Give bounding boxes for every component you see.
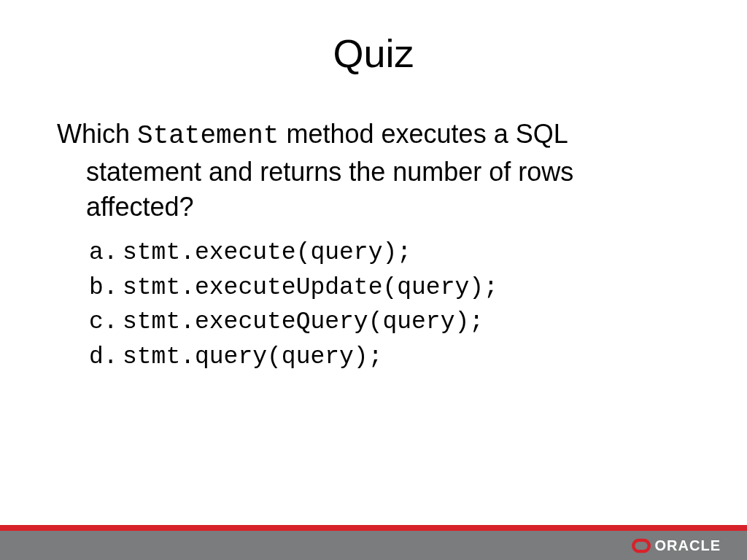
quiz-question: Which Statement method executes a SQL st… bbox=[57, 117, 690, 225]
option-label: b. bbox=[89, 271, 123, 306]
question-line1-suffix: method executes a SQL bbox=[279, 119, 568, 149]
option-label: d. bbox=[89, 340, 123, 375]
oracle-logo-text: ORACLE bbox=[655, 537, 721, 554]
option-text: stmt.query(query); bbox=[123, 340, 382, 375]
quiz-option: a. stmt.execute(query); bbox=[89, 236, 690, 271]
question-line2: statement and returns the number of rows bbox=[57, 155, 690, 190]
quiz-option: c. stmt.executeQuery(query); bbox=[89, 305, 690, 340]
footer-red-bar bbox=[0, 525, 747, 531]
slide: Quiz Which Statement method executes a S… bbox=[0, 0, 747, 560]
option-label: c. bbox=[89, 305, 123, 340]
option-text: stmt.execute(query); bbox=[123, 236, 411, 271]
question-prefix: Which bbox=[57, 119, 137, 149]
oracle-logo: ORACLE bbox=[632, 537, 721, 554]
quiz-option: b. stmt.executeUpdate(query); bbox=[89, 271, 690, 306]
question-code-word: Statement bbox=[137, 121, 279, 151]
slide-footer: ORACLE bbox=[0, 525, 747, 560]
oracle-o-icon bbox=[632, 538, 651, 553]
svg-rect-0 bbox=[633, 540, 649, 551]
option-text: stmt.executeQuery(query); bbox=[123, 305, 484, 340]
footer-grey-bar: ORACLE bbox=[0, 531, 747, 560]
quiz-option: d. stmt.query(query); bbox=[89, 340, 690, 375]
slide-title: Quiz bbox=[0, 0, 747, 76]
question-line3: affected? bbox=[57, 190, 690, 225]
quiz-options: a. stmt.execute(query); b. stmt.executeU… bbox=[57, 236, 690, 375]
option-label: a. bbox=[89, 236, 123, 271]
slide-body: Which Statement method executes a SQL st… bbox=[0, 76, 747, 375]
option-text: stmt.executeUpdate(query); bbox=[123, 271, 498, 306]
